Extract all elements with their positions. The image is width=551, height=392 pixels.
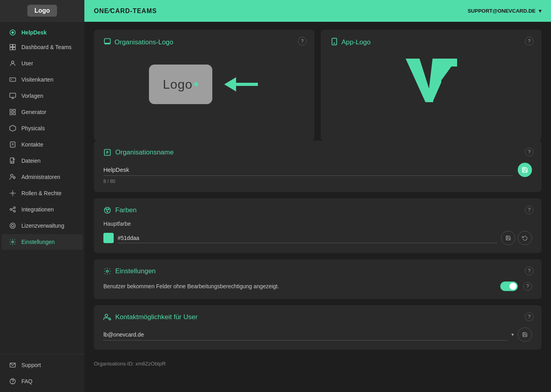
settings-icon <box>9 238 17 246</box>
sidebar-item-integrationen[interactable]: Integrationen <box>2 202 83 217</box>
org-name-header: Organisationsname <box>103 148 532 156</box>
farben-card: Farben ? Hauptfarbe <box>94 198 541 253</box>
svg-point-35 <box>11 225 14 227</box>
svg-point-58 <box>107 211 108 212</box>
color-swatch[interactable] <box>103 233 114 243</box>
sidebar-item-visitenkarten[interactable]: Visitenkarten <box>2 72 83 88</box>
color-row <box>103 231 532 245</box>
reset-icon <box>522 235 528 241</box>
kontakt-icon <box>103 313 111 321</box>
sidebar: Logo HelpDesk Dashboard & Teams User <box>0 0 84 392</box>
farben-reset-button[interactable] <box>518 231 532 245</box>
sidebar-item-dateien[interactable]: Dateien <box>2 153 83 169</box>
org-name-icon <box>103 148 111 156</box>
svg-rect-3 <box>13 44 15 47</box>
topbar: ONE∕CARD-TEAMS SUPPORT@ONEVCARD.DE ▾ <box>84 0 551 22</box>
sidebar-item-rollen[interactable]: Rollen & Rechte <box>2 185 83 201</box>
sidebar-item-vorlagen[interactable]: Vorlagen <box>2 88 83 104</box>
svg-rect-40 <box>105 39 111 44</box>
svg-point-30 <box>13 207 15 209</box>
sidebar-item-generator[interactable]: Generator <box>2 104 83 120</box>
org-logo-header: Organisations-Logo <box>103 38 305 47</box>
user-menu[interactable]: SUPPORT@ONEVCARD.DE ▾ <box>467 8 541 14</box>
dashboard-icon <box>9 43 17 51</box>
sidebar-item-lizenzverwaltung[interactable]: Lizenzverwaltung <box>2 218 83 234</box>
kontakt-card: Kontaktmöglichkeit für User ? lb@onevcar… <box>94 305 541 350</box>
settings-description: Benutzer bekommen Felder ohne Bearbeitun… <box>103 283 279 289</box>
svg-rect-9 <box>10 93 16 97</box>
org-name-save-button[interactable] <box>518 163 532 177</box>
license-icon <box>9 222 17 230</box>
kontakt-header: Kontaktmöglichkeit für User <box>103 313 532 321</box>
content-area: Organisations-Logo ? Logo <box>84 22 551 392</box>
logo-preview-text: Logo <box>163 77 193 92</box>
svg-point-60 <box>105 314 108 317</box>
svg-point-56 <box>106 209 107 210</box>
svg-rect-2 <box>10 44 12 47</box>
sidebar-item-physicals[interactable]: Physicals <box>2 120 83 136</box>
files-icon <box>9 157 17 165</box>
kontakt-dropdown[interactable]: lb@onevcard.de <box>103 329 507 341</box>
farben-header: Farben <box>103 206 532 214</box>
svg-rect-44 <box>236 83 258 86</box>
helpdesk-icon <box>9 29 17 36</box>
app-logo-header: App-Logo <box>330 38 532 47</box>
org-logo-help-btn[interactable]: ? <box>298 37 307 46</box>
kontakt-help-btn[interactable]: ? <box>525 312 534 321</box>
roles-icon <box>9 189 17 197</box>
sidebar-item-administratoren[interactable]: Administratoren <box>2 169 83 185</box>
admin-icon <box>9 173 17 181</box>
kontakt-save-button[interactable] <box>518 327 532 342</box>
logo-wordmark: Logo <box>27 5 57 17</box>
einstellungen-help-btn[interactable]: ? <box>525 266 534 275</box>
card-icon <box>9 76 17 84</box>
org-name-help-btn[interactable]: ? <box>525 148 534 156</box>
svg-rect-12 <box>10 109 12 111</box>
logo-preview: Logo <box>103 57 305 112</box>
farben-help-btn[interactable]: ? <box>525 206 534 214</box>
user-icon <box>9 59 17 67</box>
sidebar-item-support[interactable]: Support <box>2 357 83 373</box>
farben-icon <box>103 206 111 214</box>
org-name-input[interactable] <box>103 164 513 176</box>
monitor-icon <box>9 92 17 100</box>
svg-rect-21 <box>11 162 14 164</box>
svg-point-29 <box>10 209 12 211</box>
user-email: SUPPORT@ONEVCARD.DE <box>467 8 536 14</box>
svg-point-34 <box>10 223 15 228</box>
einstellungen-header: Einstellungen <box>103 267 532 275</box>
svg-point-1 <box>11 31 14 34</box>
farben-save-button[interactable] <box>501 231 515 245</box>
svg-rect-13 <box>13 109 15 111</box>
svg-line-33 <box>12 210 14 211</box>
sidebar-item-faq[interactable]: FAQ <box>2 373 83 389</box>
sidebar-item-dashboard[interactable]: Dashboard & Teams <box>2 39 83 55</box>
app-logo-title: App-Logo <box>341 38 371 46</box>
svg-line-32 <box>12 208 14 209</box>
org-name-field-row <box>103 163 532 177</box>
sidebar-item-einstellungen[interactable]: Einstellungen <box>2 234 83 250</box>
svg-point-55 <box>105 207 111 213</box>
org-name-card: Organisationsname ? 8 / 80 <box>94 141 541 192</box>
integrations-icon <box>9 206 17 213</box>
logo-panels: Organisations-Logo ? Logo <box>94 30 541 141</box>
farben-save-icon <box>505 235 511 241</box>
einstellungen-toggle[interactable] <box>500 282 518 291</box>
svg-rect-14 <box>10 113 12 115</box>
vcard-v-svg <box>406 59 457 110</box>
generator-icon <box>9 108 17 116</box>
sidebar-bottom: Support FAQ <box>0 354 84 392</box>
svg-rect-15 <box>13 113 15 115</box>
sidebar-logo: Logo <box>0 0 84 22</box>
arrow-svg <box>224 77 260 91</box>
org-logo-title: Organisations-Logo <box>114 38 173 46</box>
svg-point-57 <box>108 209 109 210</box>
sidebar-item-kontakte[interactable]: Kontakte <box>2 137 83 152</box>
svg-rect-5 <box>13 48 15 50</box>
app-logo-help-btn[interactable]: ? <box>525 37 534 46</box>
color-input[interactable] <box>118 233 497 243</box>
sidebar-item-user[interactable]: User <box>2 55 83 71</box>
sidebar-section-helpdesk: HelpDesk <box>2 25 83 39</box>
einstellungen-toggle-help[interactable]: ? <box>523 282 532 291</box>
sidebar-nav: HelpDesk Dashboard & Teams User Visitenk… <box>0 22 84 354</box>
